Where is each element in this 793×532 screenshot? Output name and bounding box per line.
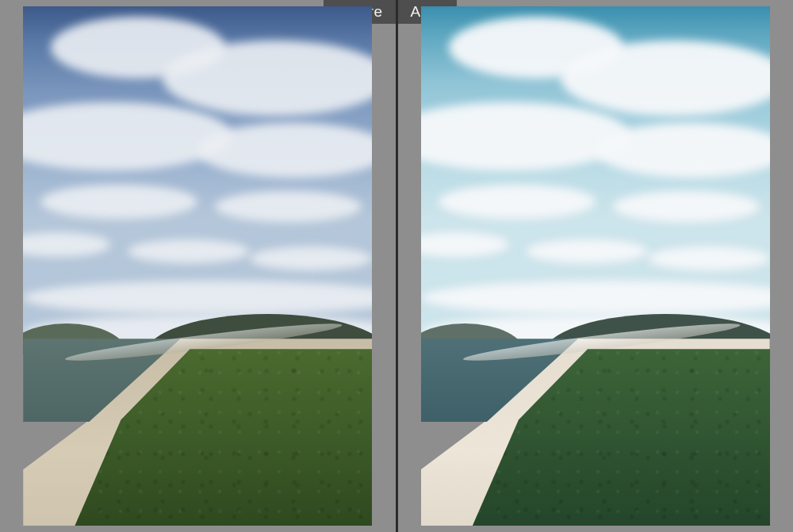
after-panel: After	[398, 0, 794, 532]
sky-region	[421, 6, 770, 349]
compare-view: Before	[0, 0, 793, 532]
before-panel: Before	[0, 0, 396, 532]
sky-region	[23, 6, 372, 349]
before-image[interactable]	[23, 6, 372, 526]
after-image[interactable]	[421, 6, 770, 526]
